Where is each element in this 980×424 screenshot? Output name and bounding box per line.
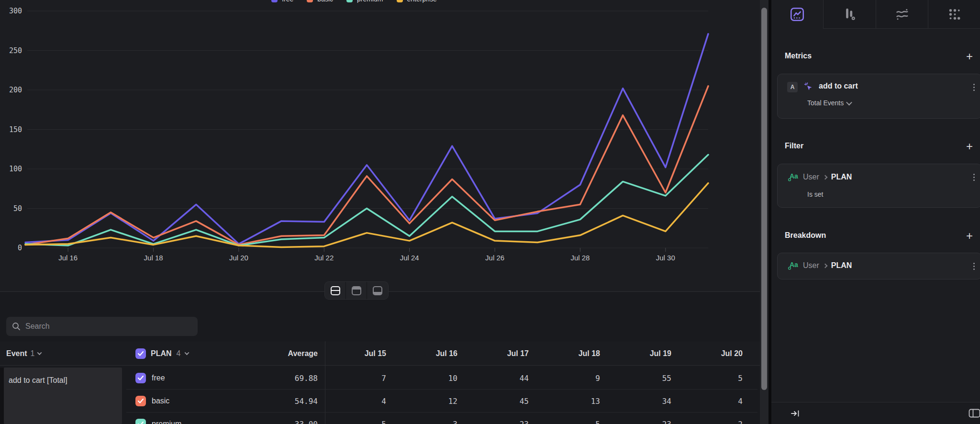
value-cell: 34 — [600, 390, 671, 413]
search-box[interactable] — [6, 317, 198, 336]
tab-stream-chart[interactable] — [876, 0, 928, 29]
row-average: 69.88 — [215, 367, 318, 390]
event-column-header[interactable]: Event 1 — [6, 342, 41, 365]
filter-operator-value: Is set — [807, 190, 823, 198]
breakdown-card[interactable]: Aa User PLAN — [777, 253, 980, 279]
date-column-header: Jul 19 — [600, 342, 671, 365]
table-view-icon — [373, 286, 382, 295]
legend-label: premium — [357, 0, 383, 3]
legend-item-enterprise[interactable]: enterprise — [397, 0, 437, 3]
plan-column-header[interactable]: PLAN 4 — [135, 342, 189, 365]
legend-item-premium[interactable]: premium — [346, 0, 383, 3]
value-cell: 44 — [457, 367, 529, 390]
vertical-scrollbar[interactable] — [760, 0, 768, 424]
table-only-view-button[interactable] — [367, 282, 388, 299]
date-column-header: Jul 17 — [457, 342, 529, 365]
y-axis-tick-label: 150 — [9, 125, 22, 134]
breakdown-options-kebab-icon[interactable] — [969, 261, 979, 271]
y-axis-tick-label: 300 — [9, 7, 22, 15]
chevron-down-icon — [185, 350, 189, 355]
x-axis-tick-label: Jul 18 — [144, 254, 163, 262]
check-icon — [137, 421, 144, 424]
measure-dropdown[interactable]: Total Events — [807, 99, 851, 107]
y-axis-tick-label: 0 — [18, 244, 22, 252]
event-count: 1 — [31, 349, 35, 358]
legend-swatch — [346, 0, 353, 2]
breakdown-heading: Breakdown — [785, 231, 826, 240]
chart-panel: freebasicpremiumenterprise 0501001502002… — [0, 0, 760, 292]
row-checkbox[interactable] — [135, 396, 146, 406]
split-view-button[interactable] — [325, 282, 346, 299]
add-filter-button[interactable]: + — [963, 140, 976, 153]
bar-chart-icon — [841, 6, 858, 23]
check-icon — [137, 398, 144, 404]
x-axis-tick-label: Jul 22 — [314, 254, 334, 262]
search-input[interactable] — [25, 322, 183, 331]
row-values: 53235232 — [325, 413, 743, 424]
filter-heading: Filter — [785, 142, 803, 150]
row-label: premium — [152, 413, 181, 424]
value-cell: 10 — [386, 367, 457, 390]
legend-item-basic[interactable]: basic — [307, 0, 333, 3]
filter-card[interactable]: Aa User PLAN Is set — [777, 164, 980, 208]
text-property-icon: Aa — [787, 171, 799, 183]
chevron-down-icon — [846, 99, 852, 105]
table-row-free[interactable]: free69.88710449555 — [0, 367, 760, 390]
row-checkbox[interactable] — [135, 373, 146, 383]
plan-label: PLAN — [151, 349, 172, 358]
event-click-icon — [803, 82, 814, 92]
date-column-header: Jul 18 — [529, 342, 600, 365]
analytics-app: freebasicpremiumenterprise 0501001502002… — [0, 0, 980, 424]
filter-property: PLAN — [831, 173, 852, 181]
value-cell: 9 — [529, 367, 600, 390]
layout-columns-icon[interactable] — [969, 408, 980, 419]
split-view-icon — [331, 286, 340, 295]
table-row-premium[interactable]: premium33.0053235232 — [0, 413, 760, 424]
text-property-icon: Aa — [787, 260, 799, 271]
tab-line-chart[interactable] — [771, 0, 824, 29]
metric-letter-badge: A — [787, 82, 798, 92]
arrow-right-icon — [823, 175, 827, 179]
collapse-panel-icon[interactable] — [791, 409, 800, 418]
row-average: 54.94 — [215, 390, 318, 413]
row-checkbox[interactable] — [135, 419, 146, 424]
plan-select-all-checkbox[interactable] — [135, 348, 146, 359]
metric-event-name: add to cart — [819, 82, 858, 90]
chart-only-view-button[interactable] — [346, 282, 367, 299]
legend-item-free[interactable]: free — [271, 0, 293, 3]
value-cell: 5 — [529, 413, 600, 424]
svg-text:Aa: Aa — [790, 172, 798, 180]
filter-options-kebab-icon[interactable] — [969, 172, 979, 182]
scrollbar-thumb[interactable] — [761, 8, 767, 390]
stream-chart-icon — [893, 6, 911, 23]
add-metric-button[interactable]: + — [963, 50, 976, 63]
metric-options-kebab-icon[interactable] — [969, 82, 979, 92]
chart-view-icon — [352, 286, 361, 295]
value-cell: 3 — [386, 413, 457, 424]
x-axis-tick-label: Jul 16 — [58, 254, 78, 262]
filter-operator[interactable]: Is set — [807, 190, 823, 198]
tab-bar-chart[interactable] — [824, 0, 876, 29]
arrow-right-icon — [823, 263, 827, 268]
line-chart: 050100150200250300Jul 16Jul 18Jul 20Jul … — [0, 0, 760, 292]
chevron-down-icon — [37, 350, 42, 355]
value-cell: 13 — [529, 390, 600, 413]
average-column-header: Average — [215, 342, 318, 365]
line-chart-icon — [789, 6, 806, 23]
search-icon — [12, 322, 21, 331]
row-values: 4124513344 — [325, 390, 743, 413]
legend-swatch — [271, 0, 278, 2]
add-breakdown-button[interactable]: + — [963, 229, 976, 243]
value-cell: 23 — [457, 413, 529, 424]
value-cell: 2 — [671, 413, 743, 424]
plan-count: 4 — [177, 349, 181, 358]
tab-more-charts[interactable] — [928, 0, 980, 29]
table-row-basic[interactable]: basic54.944124513344 — [0, 390, 760, 413]
value-cell: 5 — [671, 367, 743, 390]
row-average: 33.00 — [215, 413, 318, 424]
check-icon — [137, 375, 144, 381]
svg-text:Aa: Aa — [790, 261, 798, 268]
check-icon — [137, 351, 144, 357]
table-header: Event 1 PLAN 4 Average Jul 15Jul 16Jul 1… — [0, 342, 760, 366]
metric-card[interactable]: A add to cart Total Events — [777, 74, 980, 119]
